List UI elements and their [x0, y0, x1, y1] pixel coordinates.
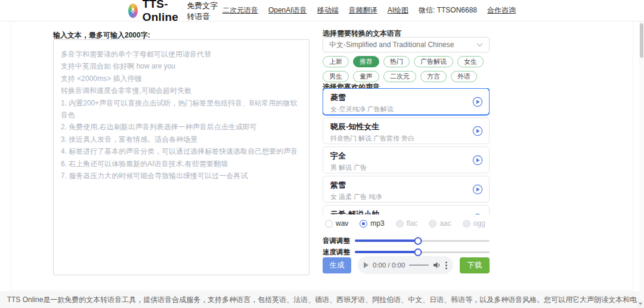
format-radio-wav[interactable]: wav — [325, 219, 348, 228]
actions-row: 生成 0:00 / 0:00 下载 — [323, 256, 490, 274]
slider-thumb[interactable] — [414, 237, 422, 245]
voice-card[interactable]: 紫雪女 温柔 广告 纯净 — [323, 176, 490, 203]
format-radio-mp3[interactable]: mp3 — [360, 219, 384, 228]
tag-pill[interactable]: 推荐 — [353, 56, 379, 67]
header: TTS-Online 免费文字转语音 二次元语音OpenAI语音移动端音频翻译A… — [0, 0, 644, 21]
tag-pill[interactable]: 广告解说 — [414, 56, 453, 67]
slider-row: 速度调整 — [323, 247, 490, 257]
voice-desc: 女-空灵纯净 广告解说 — [330, 105, 469, 114]
nav-link[interactable]: 二次元语音 — [222, 5, 258, 15]
main-content: 输入文本，最多可输入2000字: 选择需要转换的文本语言 中文-Simplifi… — [11, 21, 633, 291]
slider-track[interactable] — [355, 237, 490, 245]
page-scrollbar[interactable] — [639, 21, 644, 308]
voice-name: 云希-解说小帅 — [330, 210, 469, 214]
footer: TTS Online是一款免费的文本转语音工具，提供语音合成服务，支持多种语言，… — [0, 291, 644, 308]
scrollbar-down-button[interactable] — [637, 300, 644, 308]
tag-pill[interactable]: 热门 — [383, 56, 410, 67]
format-label: mp3 — [370, 219, 384, 228]
slider-label: 音调调整 — [323, 237, 355, 245]
logo: TTS-Online 免费文字转语音 — [128, 0, 222, 24]
player-time: 0:00 / 0:00 — [373, 262, 405, 269]
voice-desc: 抖音热门 解说 广告宣传 旁白 — [330, 134, 469, 143]
generate-button[interactable]: 生成 — [323, 257, 351, 273]
voice-name: 紫雪 — [330, 181, 469, 190]
nav-link[interactable]: OpenAI语音 — [268, 5, 307, 15]
voice-card[interactable]: 晓辰-知性女生抖音热门 解说 广告宣传 旁白 — [323, 117, 490, 144]
tag-pill[interactable]: 外语 — [451, 71, 477, 82]
format-label: ogg — [473, 219, 485, 228]
tag-pill[interactable]: 男生 — [323, 71, 349, 82]
header-nav: 二次元语音OpenAI语音移动端音频翻译AI绘图微信: TTSON6688合作咨… — [222, 5, 516, 15]
chevron-down-icon — [476, 41, 483, 49]
nav-link[interactable]: 音频翻译 — [349, 5, 377, 15]
nav-link[interactable]: AI绘图 — [388, 5, 408, 15]
volume-icon[interactable] — [433, 262, 441, 269]
tag-pill[interactable]: 方言 — [420, 71, 447, 82]
language-select-value: 中文-Simplified and Traditional Chinese — [329, 40, 454, 50]
scrollbar-thumb[interactable] — [640, 23, 643, 58]
nav-link[interactable]: 合作咨询 — [487, 5, 516, 15]
language-select[interactable]: 中文-Simplified and Traditional Chinese — [323, 37, 490, 52]
voice-desc: 男 解说 广告 — [330, 163, 469, 172]
tag-pill[interactable]: 女生 — [457, 56, 484, 67]
format-options: wavmp3flacaacogg — [325, 219, 485, 228]
voice-name: 晓辰-知性女生 — [330, 122, 469, 132]
voice-play-icon[interactable] — [472, 213, 483, 215]
voice-play-icon[interactable] — [472, 155, 483, 166]
voice-card[interactable]: 宇全男 解说 广告 — [323, 147, 490, 173]
voice-card[interactable]: 云希-解说小帅 — [323, 205, 490, 214]
right-panel: 选择需要转换的文本语言 中文-Simplified and Traditiona… — [323, 21, 490, 291]
slider-track[interactable] — [355, 248, 490, 256]
voice-card[interactable]: 菱雪女-空灵纯净 广告解说 — [323, 88, 490, 115]
tag-pill[interactable]: 童声 — [353, 71, 379, 82]
voice-desc: 女 温柔 广告 纯净 — [330, 192, 469, 201]
voice-play-icon[interactable] — [472, 126, 483, 136]
format-radio-ogg: ogg — [463, 219, 485, 228]
footer-text: TTS Online是一款免费的文本转语音工具，提供语音合成服务，支持多种语言，… — [7, 295, 637, 305]
format-label: wav — [336, 219, 348, 228]
slider-label: 速度调整 — [323, 248, 355, 257]
radio-icon[interactable] — [360, 220, 367, 228]
radio-icon — [396, 220, 404, 228]
format-label: aac — [439, 219, 451, 228]
audio-player: 0:00 / 0:00 — [358, 256, 453, 274]
voice-name: 菱雪 — [330, 93, 469, 102]
logo-microphone-icon — [128, 4, 138, 18]
slider-row: 音调调整 — [323, 236, 490, 245]
app-subtitle: 免费文字转语音 — [187, 1, 222, 22]
text-input[interactable] — [53, 39, 309, 275]
voice-name: 宇全 — [330, 151, 469, 161]
format-radio-aac: aac — [429, 219, 451, 228]
radio-icon — [429, 220, 436, 228]
download-button[interactable]: 下载 — [460, 257, 490, 273]
player-progress-bar[interactable] — [409, 265, 429, 266]
tag-pill[interactable]: 二次元 — [383, 71, 416, 82]
radio-icon[interactable] — [325, 220, 333, 228]
app-title: TTS-Online — [143, 0, 183, 24]
nav-text-wechat: 微信: TTSON6688 — [419, 5, 477, 15]
radio-icon — [463, 220, 470, 228]
voice-play-icon[interactable] — [472, 97, 483, 107]
format-radio-flac: flac — [396, 219, 418, 228]
voice-play-icon[interactable] — [472, 184, 483, 195]
format-label: flac — [407, 219, 418, 228]
player-play-icon[interactable] — [364, 262, 369, 268]
player-menu-icon[interactable] — [445, 262, 447, 269]
slider-thumb[interactable] — [414, 248, 422, 256]
tag-pill[interactable]: 上新 — [323, 56, 349, 67]
voice-list: 菱雪女-空灵纯净 广告解说晓辰-知性女生抖音热门 解说 广告宣传 旁白宇全男 解… — [323, 88, 490, 214]
nav-link[interactable]: 移动端 — [317, 5, 339, 15]
